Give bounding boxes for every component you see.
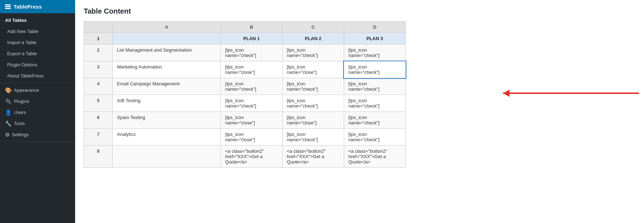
col-c-cell: [tps_icon name="check"] <box>282 78 344 95</box>
row-number: 4 <box>84 78 113 95</box>
col-c-cell: <a class="button2" href="XXX">Get a Quot… <box>282 146 344 168</box>
col-c-cell: [tps_icon name="check"] <box>282 95 344 112</box>
row-number: 7 <box>84 129 113 146</box>
col-d-cell[interactable]: [tps_icon name="check"] <box>344 44 405 61</box>
sidebar-item-label: Import a Table <box>7 40 36 45</box>
col-b-cell: [tps_icon name="check"] <box>221 95 282 112</box>
sidebar-item-label: Settings <box>12 132 29 137</box>
row-number: 2 <box>84 44 113 61</box>
col-b-cell: [tps_icon name="close"] <box>221 61 282 78</box>
col-a-cell: Analytics <box>113 129 221 146</box>
wp-nav: 🎨 Appearance 🔌 Plugins 👤 Users 🔧 Tools ⚙… <box>0 83 75 142</box>
table-row: 6Spam Testing[tps_icon name="close"][tps… <box>84 112 406 129</box>
users-icon: 👤 <box>5 110 12 115</box>
sidebar-item-export-table[interactable]: Export a Table <box>0 48 75 59</box>
sidebar-item-plugins[interactable]: 🔌 Plugins <box>0 96 75 107</box>
col-c-cell: [tps_icon name="check"] <box>282 129 344 146</box>
table-row: 5A/B Testing[tps_icon name="check"][tps_… <box>84 95 406 112</box>
plugins-icon: 🔌 <box>5 99 12 104</box>
table-row: 4Email Campaign Management[tps_icon name… <box>84 78 406 95</box>
col-d-cell[interactable]: [tps_icon name="check"] <box>344 61 405 78</box>
sidebar-item-appearance[interactable]: 🎨 Appearance <box>0 85 75 96</box>
col-a-cell <box>113 33 221 44</box>
col-a-cell: List Management and Segmentation <box>113 44 221 61</box>
col-header-d: D <box>344 22 405 33</box>
col-b-cell: [tps_icon name="check"] <box>221 78 282 95</box>
col-header-a: A <box>113 22 221 33</box>
table-row: 2List Management and Segmentation[tps_ic… <box>84 44 406 61</box>
col-b-cell: [tps_icon name="close"] <box>221 112 282 129</box>
col-b-cell: [tps_icon name="close"] <box>221 129 282 146</box>
table-row: 1PLAN 1PLAN 2PLAN 3 <box>84 33 406 44</box>
content-table: A B C D 1PLAN 1PLAN 2PLAN 32List Managem… <box>84 21 406 168</box>
sidebar-item-label: Appearance <box>14 87 39 93</box>
table-row: 8<a class="button2" href="XXX">Get a Quo… <box>84 146 406 168</box>
col-a-cell <box>113 146 221 168</box>
sidebar-item-label: Plugins <box>14 99 29 104</box>
col-d-cell[interactable]: [tps_icon name="check"] <box>344 129 405 146</box>
appearance-icon: 🎨 <box>5 87 12 93</box>
sidebar-item-label: Users <box>14 110 26 115</box>
menu-icon <box>5 4 11 9</box>
row-number: 6 <box>84 112 113 129</box>
col-c-cell: [tps_icon name="check"] <box>282 44 344 61</box>
sidebar: TablePress All Tables Add New Table Impo… <box>0 0 75 223</box>
plugin-title: TablePress <box>14 4 42 10</box>
column-header-row: A B C D <box>84 22 406 33</box>
col-d-cell[interactable]: [tps_icon name="check"] <box>344 78 405 95</box>
sidebar-item-all-tables[interactable]: All Tables <box>0 15 75 26</box>
sidebar-item-users[interactable]: 👤 Users <box>0 107 75 118</box>
col-d-cell[interactable]: <a class="button2" href="XXX">Get a Quot… <box>344 146 405 168</box>
sidebar-item-label: Export a Table <box>7 51 37 56</box>
row-number: 8 <box>84 146 113 168</box>
sidebar-item-tools[interactable]: 🔧 Tools <box>0 118 75 129</box>
tools-icon: 🔧 <box>5 121 12 126</box>
arrow-head <box>503 90 509 97</box>
col-b-cell: [tps_icon name="check"] <box>221 44 282 61</box>
settings-icon: ⚙ <box>5 132 10 137</box>
col-a-cell: Email Campaign Management <box>113 78 221 95</box>
sidebar-item-plugin-options[interactable]: Plugin Options <box>0 59 75 70</box>
col-d-cell[interactable]: [tps_icon name="check"] <box>344 95 405 112</box>
col-header-c: C <box>282 22 344 33</box>
plugin-header[interactable]: TablePress <box>0 0 75 13</box>
arrow-annotation <box>503 92 639 94</box>
col-c-cell: [tps_icon name="close"] <box>282 112 344 129</box>
col-d-cell[interactable]: PLAN 3 <box>344 33 405 44</box>
table-wrap: A B C D 1PLAN 1PLAN 2PLAN 32List Managem… <box>84 21 635 168</box>
col-a-cell: Spam Testing <box>113 112 221 129</box>
page-title: Table Content <box>84 7 635 15</box>
row-number: 5 <box>84 95 113 112</box>
sidebar-item-label: All Tables <box>5 18 26 23</box>
col-a-cell: Marketing Automation <box>113 61 221 78</box>
sidebar-item-add-new-table[interactable]: Add New Table <box>0 26 75 37</box>
sidebar-item-label: About TablePress <box>7 73 44 79</box>
col-b-cell: PLAN 1 <box>221 33 282 44</box>
row-number: 3 <box>84 61 113 78</box>
col-c-cell: PLAN 2 <box>282 33 344 44</box>
col-d-cell[interactable]: [tps_icon name="check"] <box>344 112 405 129</box>
col-b-cell: <a class="button2" href="XXX">Get a Quot… <box>221 146 282 168</box>
main-content: Table Content A B C D 1PLAN 1PLAN 2PLAN … <box>75 0 644 223</box>
sidebar-item-about-tablepress[interactable]: About TablePress <box>0 70 75 81</box>
col-a-cell: A/B Testing <box>113 95 221 112</box>
col-header-row-num <box>84 22 113 33</box>
table-row: 7Analytics[tps_icon name="close"][tps_ic… <box>84 129 406 146</box>
sidebar-item-label: Tools <box>14 121 25 126</box>
sidebar-item-label: Add New Table <box>7 29 38 34</box>
table-body: 1PLAN 1PLAN 2PLAN 32List Management and … <box>84 33 406 168</box>
arrow-line <box>503 92 639 94</box>
sidebar-item-label: Plugin Options <box>7 62 38 67</box>
col-header-b: B <box>221 22 282 33</box>
table-row: 3Marketing Automation[tps_icon name="clo… <box>84 61 406 78</box>
col-c-cell: [tps_icon name="close"] <box>282 61 344 78</box>
row-number: 1 <box>84 33 113 44</box>
sidebar-item-import-table[interactable]: Import a Table <box>0 37 75 48</box>
tablepress-nav: All Tables Add New Table Import a Table … <box>0 13 75 83</box>
sidebar-item-settings[interactable]: ⚙ Settings <box>0 129 75 140</box>
